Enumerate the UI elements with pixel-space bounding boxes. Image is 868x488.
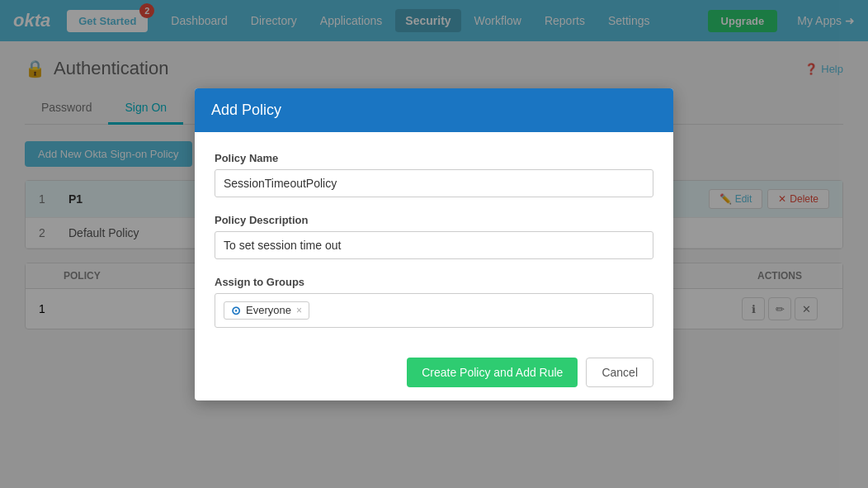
assign-groups-group: Assign to Groups ⊙ Everyone × [215, 276, 653, 328]
groups-input[interactable]: ⊙ Everyone × [215, 293, 653, 328]
add-policy-modal: Add Policy Policy Name Policy Descriptio… [195, 88, 673, 347]
modal-footer: Create Policy and Add Rule Cancel [195, 344, 673, 347]
policy-description-label: Policy Description [215, 214, 653, 226]
modal-overlay[interactable]: Add Policy Policy Name Policy Descriptio… [0, 0, 868, 346]
remove-group-icon[interactable]: × [296, 305, 302, 316]
group-tag-label: Everyone [246, 304, 291, 316]
policy-description-group: Policy Description [215, 214, 653, 259]
modal-body: Policy Name Policy Description Assign to… [195, 132, 673, 328]
modal-header: Add Policy [195, 88, 673, 132]
policy-name-group: Policy Name [215, 152, 653, 197]
group-tag-everyone: ⊙ Everyone × [224, 301, 309, 320]
assign-groups-label: Assign to Groups [215, 276, 653, 288]
group-icon: ⊙ [231, 304, 241, 317]
policy-name-label: Policy Name [215, 152, 653, 164]
policy-description-input[interactable] [215, 231, 653, 259]
policy-name-input[interactable] [215, 169, 653, 197]
